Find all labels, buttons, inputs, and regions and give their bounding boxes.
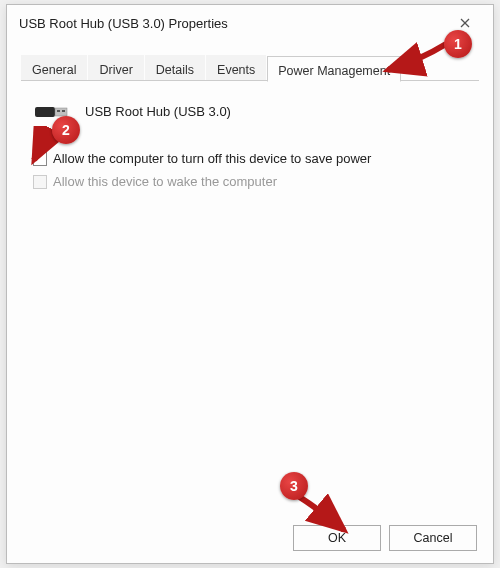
properties-window: USB Root Hub (USB 3.0) Properties Genera… (6, 4, 494, 564)
option-allow-turnoff-row: Allow the computer to turn off this devi… (33, 151, 467, 166)
cancel-button[interactable]: Cancel (389, 525, 477, 551)
content-area: General Driver Details Events Power Mana… (7, 41, 493, 501)
option-allow-wake-row: Allow this device to wake the computer (33, 174, 467, 189)
annotation-marker-1: 1 (444, 30, 472, 58)
svg-rect-5 (62, 110, 65, 112)
tab-general[interactable]: General (21, 55, 87, 80)
device-name: USB Root Hub (USB 3.0) (85, 104, 231, 119)
window-title: USB Root Hub (USB 3.0) Properties (19, 16, 449, 31)
svg-rect-4 (57, 110, 60, 112)
tab-events[interactable]: Events (206, 55, 266, 80)
tab-details[interactable]: Details (145, 55, 205, 80)
annotation-marker-3: 3 (280, 472, 308, 500)
checkbox-allow-wake (33, 175, 47, 189)
annotation-marker-2: 2 (52, 116, 80, 144)
label-allow-wake: Allow this device to wake the computer (53, 174, 277, 189)
label-allow-turnoff: Allow the computer to turn off this devi… (53, 151, 371, 166)
svg-rect-3 (55, 108, 67, 116)
close-icon (460, 18, 470, 28)
annotation-arrow-1 (370, 30, 450, 80)
device-row: USB Root Hub (USB 3.0) (33, 99, 467, 123)
svg-rect-2 (35, 107, 55, 117)
tab-body: USB Root Hub (USB 3.0) Allow the compute… (21, 81, 479, 501)
tab-driver[interactable]: Driver (88, 55, 143, 80)
